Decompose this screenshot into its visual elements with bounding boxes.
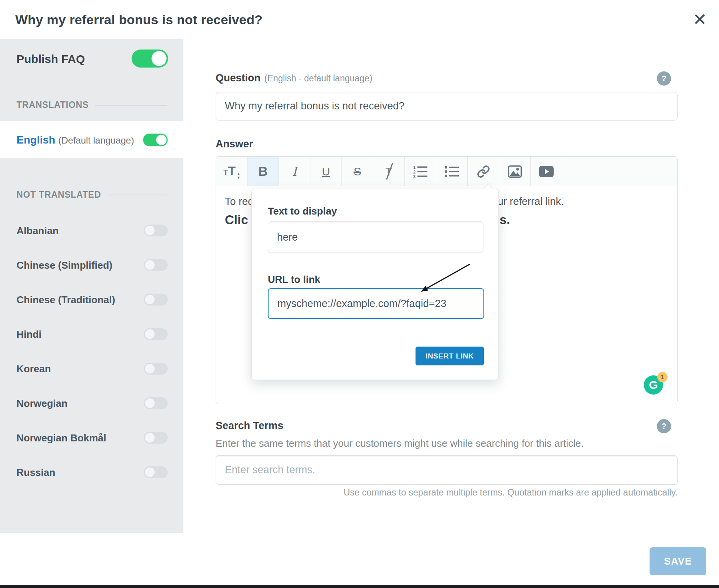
russian-toggle[interactable] — [144, 466, 168, 478]
answer-label: Answer — [216, 138, 253, 150]
editor-toolbar: TT ▴▾ B I U S T 1 2 — [216, 157, 677, 186]
toggle-knob — [145, 226, 155, 235]
italic-icon: I — [292, 164, 297, 179]
publish-faq-label: Publish FAQ — [16, 50, 85, 69]
insert-link-submit-button[interactable]: INSERT LINK — [416, 347, 484, 365]
chinese-traditional-toggle[interactable] — [144, 294, 168, 306]
not-translated-section-header: NOT TRANSLATED — [16, 190, 167, 200]
insert-link-button[interactable] — [468, 157, 499, 186]
font-size-icon: TT ▴▾ — [223, 164, 239, 179]
toggle-knob — [145, 433, 155, 443]
underline-icon: U — [322, 165, 330, 178]
search-terms-helper-text: Use commas to separate multiple terms. Q… — [216, 487, 678, 498]
sidebar-item-english[interactable]: English (Default language) — [0, 121, 183, 158]
toggle-knob — [145, 329, 155, 339]
save-button[interactable]: SAVE — [650, 547, 706, 575]
ordered-list-icon: 1 2 3 — [413, 165, 428, 178]
norwegian-bokmal-toggle[interactable] — [144, 432, 168, 444]
link-icon — [477, 165, 490, 178]
sidebar-item-norwegian[interactable]: Norwegian — [0, 397, 183, 410]
toggle-knob — [156, 135, 167, 145]
toggle-knob — [145, 467, 155, 477]
korean-toggle[interactable] — [144, 363, 168, 375]
clear-formatting-button[interactable]: T — [373, 157, 405, 186]
search-terms-label: Search Terms — [216, 420, 284, 432]
divider — [95, 105, 167, 106]
font-size-button[interactable]: TT ▴▾ — [216, 157, 247, 186]
english-label[interactable]: English — [16, 121, 55, 159]
text-to-display-label: Text to display — [268, 205, 337, 217]
answer-text-fragment: ur referral link. — [498, 196, 564, 208]
sidebar-item-chinese-simplified[interactable]: Chinese (Simplified) — [0, 259, 183, 272]
url-to-link-label: URL to link — [268, 274, 320, 286]
toggle-knob — [145, 398, 155, 408]
english-toggle[interactable] — [143, 134, 168, 146]
italic-button[interactable]: I — [279, 157, 310, 186]
faq-editor-dialog: Why my referral bonus is not received? ✕… — [0, 0, 719, 588]
grammarly-badge: 1 — [657, 372, 668, 382]
svg-text:1: 1 — [413, 165, 416, 170]
video-icon — [539, 166, 554, 177]
text-to-display-input[interactable] — [268, 221, 483, 253]
question-language-note: (English - default language) — [264, 73, 372, 83]
grammarly-icon[interactable]: G 1 — [644, 375, 663, 395]
question-help-icon[interactable]: ? — [657, 71, 671, 86]
strikethrough-icon: S — [353, 165, 361, 178]
window-bottom-edge — [0, 585, 719, 588]
publish-faq-toggle[interactable] — [132, 50, 168, 68]
image-icon — [508, 165, 522, 178]
strikethrough-button[interactable]: S — [342, 157, 373, 186]
sidebar-item-chinese-traditional[interactable]: Chinese (Traditional) — [0, 293, 183, 306]
albanian-toggle[interactable] — [144, 225, 168, 236]
sidebar-item-norwegian-bokmal[interactable]: Norwegian Bokmål — [0, 431, 183, 444]
dialog-footer: SAVE — [0, 533, 719, 588]
translations-sidebar: Publish FAQ TRANSLATIONS English (Defaul… — [0, 39, 183, 533]
hindi-toggle[interactable] — [144, 328, 168, 340]
toggle-knob — [145, 364, 155, 373]
toggle-knob — [145, 295, 155, 304]
annotation-arrow — [416, 261, 474, 297]
answer-text-fragment: To rec — [225, 196, 253, 208]
toggle-knob — [145, 260, 155, 270]
sidebar-item-russian[interactable]: Russian — [0, 466, 183, 479]
bold-icon: B — [258, 164, 268, 179]
norwegian-toggle[interactable] — [144, 397, 168, 409]
unordered-list-button[interactable] — [436, 157, 468, 186]
answer-bold-text-fragment: s. — [500, 213, 510, 227]
sidebar-item-albanian[interactable]: Albanian — [0, 224, 183, 237]
sidebar-item-hindi[interactable]: Hindi — [0, 328, 183, 341]
answer-bold-text-fragment: Clic — [225, 213, 248, 227]
underline-button[interactable]: U — [310, 157, 342, 186]
insert-image-button[interactable] — [499, 157, 531, 186]
question-label: Question(English - default language) — [216, 72, 372, 84]
close-icon[interactable]: ✕ — [689, 9, 711, 31]
search-terms-input[interactable] — [216, 455, 678, 485]
toggle-knob — [152, 51, 167, 66]
insert-video-button[interactable] — [531, 157, 562, 186]
dialog-title: Why my referral bonus is not received? — [15, 0, 262, 39]
translations-section-header: TRANSLATIONS — [16, 100, 167, 110]
dialog-header: Why my referral bonus is not received? ✕ — [0, 0, 719, 39]
divider — [107, 195, 167, 195]
question-input[interactable] — [216, 92, 678, 121]
publish-faq-row: Publish FAQ — [0, 50, 183, 69]
popover-caret — [483, 184, 493, 190]
search-terms-description: Enter the same terms that your customers… — [216, 438, 584, 449]
sidebar-item-korean[interactable]: Korean — [0, 362, 183, 375]
svg-text:3: 3 — [413, 174, 416, 178]
svg-text:2: 2 — [413, 170, 416, 174]
ordered-list-button[interactable]: 1 2 3 — [405, 157, 436, 186]
chinese-simplified-toggle[interactable] — [144, 259, 168, 271]
bold-button[interactable]: B — [247, 157, 279, 186]
search-terms-help-icon[interactable]: ? — [657, 419, 671, 433]
unordered-list-icon — [445, 166, 459, 177]
default-language-note: (Default language) — [58, 121, 134, 159]
